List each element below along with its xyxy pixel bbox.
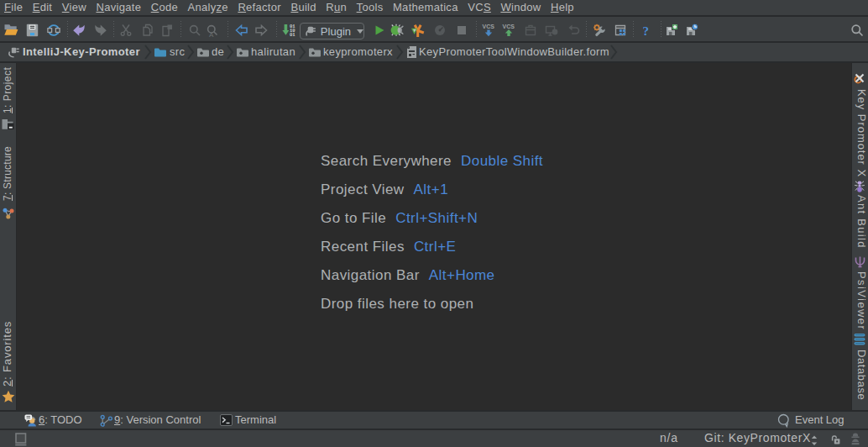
svg-text:01: 01 [290,32,295,37]
svg-text:VCS: VCS [483,24,495,29]
svg-text:?: ? [643,24,650,38]
svg-text:A: A [209,31,214,38]
svg-text:VCS: VCS [503,24,515,29]
